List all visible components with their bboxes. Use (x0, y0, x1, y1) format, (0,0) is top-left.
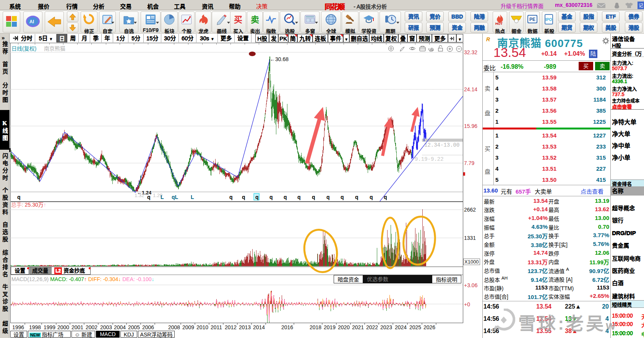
svg-text:1.32: 1.32 (135, 192, 144, 198)
svg-text:日线(复权): 日线(复权) (11, 45, 36, 52)
svg-text:HOT: HOT (495, 22, 503, 26)
svg-text:q: q (255, 194, 259, 200)
svg-text:L: L (161, 194, 164, 200)
svg-text:q: q (229, 194, 233, 200)
svg-text:卖: 卖 (251, 15, 259, 24)
svg-text:q: q (242, 194, 245, 200)
svg-text:q: q (384, 194, 387, 200)
svg-text:L: L (191, 194, 194, 200)
svg-text:←30.68: ←30.68 (270, 56, 289, 62)
svg-text:q: q (269, 194, 273, 200)
svg-text:PE: PE (529, 17, 535, 22)
svg-text:q: q (355, 194, 358, 200)
svg-text:q: q (284, 194, 287, 200)
svg-text:买: 买 (234, 15, 242, 24)
svg-text:q: q (17, 194, 21, 200)
svg-text:IPO: IPO (545, 18, 552, 22)
svg-text:qL: qL (172, 194, 178, 200)
svg-text:q: q (297, 194, 301, 200)
svg-text:q: q (147, 194, 151, 200)
svg-text:南京熊猫: 南京熊猫 (44, 45, 65, 52)
svg-text:记: 记 (639, 3, 643, 8)
svg-text:q: q (326, 194, 330, 200)
svg-text:12.34-13.00: 12.34-13.00 (424, 142, 459, 148)
svg-text:q: q (312, 194, 315, 200)
svg-text:q: q (370, 194, 373, 200)
svg-text:AI: AI (29, 19, 34, 24)
svg-text:q: q (341, 194, 344, 200)
svg-text:9.19-9.22: 9.19-9.22 (415, 156, 444, 162)
